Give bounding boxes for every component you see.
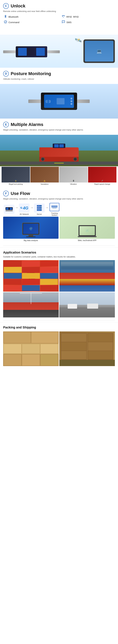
bigdata-screen-block: 🌍 (3, 217, 58, 239)
monitor-stand (28, 235, 33, 236)
flow-tracking-icon (49, 202, 60, 212)
track-bar-1 (51, 206, 58, 206)
flow-device-icon (4, 205, 14, 214)
shelf-left (61, 333, 87, 360)
track-bar-sm (52, 208, 57, 208)
app-containers-img (3, 260, 59, 292)
section-posture: D Posture Monitoring Attitude monitoring… (0, 68, 118, 84)
satellite-float-icon: 🛰️ (75, 37, 82, 44)
section-subtitle-f: Illegal unlocking, vandalism, vibration,… (3, 198, 115, 200)
app-trucks-img (59, 292, 115, 318)
truck-1 (68, 304, 77, 308)
app-title: Application Scenarios (3, 251, 115, 254)
app-port-img (59, 260, 115, 292)
device-buttons (70, 98, 72, 105)
feature-bluetooth: Bluetooth (4, 15, 57, 19)
feature-sms: SMS (62, 20, 115, 24)
unlock-visual: 🛰️ 💻 (0, 35, 118, 68)
alarm-thumb-4: 🚀 Rapid speed change (88, 167, 116, 185)
bigdata-label: Big data analysis (3, 239, 58, 242)
rfid-text-label: RFID (73, 16, 79, 18)
section-packing: Packing and Shipping (0, 322, 118, 368)
section-useflow: F Use Flow Illegal unlocking, vandalism,… (0, 188, 118, 244)
crane-horizontal (20, 293, 42, 294)
svg-rect-6 (38, 206, 40, 206)
alarm-thumb-2: ⚠️ Vandalism (30, 167, 59, 185)
tracking-box (50, 203, 59, 211)
container-row-3 (4, 273, 58, 279)
port-visual (59, 260, 115, 292)
alarm-label-4: Rapid speed change (88, 183, 116, 185)
box-layer-1 (3, 354, 59, 366)
shelf-item-1 (61, 334, 86, 342)
section-letter-d: D (3, 71, 9, 76)
warehouse-interior (59, 332, 115, 366)
device-btn-3 (70, 103, 72, 105)
device-svg (6, 207, 13, 211)
section-title-e: Multiple Alarms (11, 122, 43, 127)
flow-4g-label: 4G Network (20, 213, 29, 215)
bluetooth-label: Bluetooth (8, 16, 18, 18)
app-description: Suitable for customs container yards, co… (3, 256, 115, 258)
track-bar-2 (51, 207, 58, 207)
section-application: Application Scenarios Suitable for custo… (0, 247, 118, 319)
section-letter-f: F (3, 191, 9, 196)
box-7 (4, 332, 31, 343)
feature-rfid: RFID RFID (62, 15, 115, 19)
alarm-hint-3: 📳 (72, 180, 74, 182)
posture-device-wrap: ((·)) (28, 92, 90, 110)
blue-center-panel: ((·)) (44, 95, 74, 108)
wave-icon: ((·)) (46, 100, 51, 103)
shelf-left-items (61, 333, 87, 360)
flow-server-icon (34, 204, 45, 212)
monitor-screen: 🌍 (23, 224, 38, 234)
desktop-repr: 🌍 (22, 223, 40, 237)
section-f-header: F Use Flow (3, 191, 115, 196)
box-row-2 (3, 344, 59, 354)
container-grid (3, 260, 59, 292)
big-screens-row: 🌍 Big data analysis 🗺️ Web, Ios/Andr (3, 217, 115, 242)
container-row-1 (4, 261, 58, 266)
flow-arrow-2: → (30, 206, 33, 210)
monitor-base (26, 236, 36, 237)
server-svg-icon (36, 205, 42, 211)
pack-title: Packing and Shipping (3, 326, 115, 329)
flow-node-tracking: Tracking System (49, 202, 60, 216)
container-row-2 (4, 267, 58, 273)
box-1 (4, 354, 22, 366)
webapp-screen-block: 🗺️ (60, 217, 115, 239)
alarm-thumb-3: 📳 Vibration (59, 167, 88, 185)
bluetooth-icon (4, 15, 7, 19)
app-main-images (3, 260, 115, 292)
command-icon (4, 20, 7, 24)
flow-node-server: Server (34, 204, 45, 215)
alarm-label-1: Illegal lock picking (2, 183, 30, 185)
laptop-screen: 🗺️ (78, 225, 96, 236)
main-device: ((·)) (41, 92, 77, 110)
shelf-item-4 (88, 334, 113, 342)
shelf-item-6 (88, 351, 113, 359)
alarm-label-3: Vibration (59, 183, 88, 185)
section-title-c: Unlock (11, 4, 25, 8)
alarm-label-2: Vandalism (30, 183, 59, 185)
command-label: Command (8, 21, 19, 24)
road-bg (59, 307, 115, 318)
device-btn-2 (70, 100, 72, 102)
alarm-hint-4: 🚀 (101, 180, 103, 182)
pack-img-boxes (3, 332, 59, 366)
box-5 (22, 344, 40, 354)
tablet-device: 💻 (84, 39, 115, 63)
warehouse-visual (59, 332, 115, 366)
cardboard-visual (3, 332, 59, 366)
sky-bg (59, 292, 115, 305)
rfid-label: RFID (66, 16, 72, 18)
laptop-display: 🗺️ (80, 226, 95, 235)
flow-arrow-1: → (15, 206, 18, 210)
sms-label: SMS (66, 21, 72, 24)
device-mini-screen (57, 98, 64, 104)
section-subtitle-c: Remote online unblocking and near field … (3, 10, 115, 12)
strap-left (28, 100, 41, 103)
pack-img-warehouse (59, 332, 115, 366)
features-grid: Bluetooth RFID RFID Command (4, 15, 115, 24)
box-layer-2 (3, 344, 59, 354)
